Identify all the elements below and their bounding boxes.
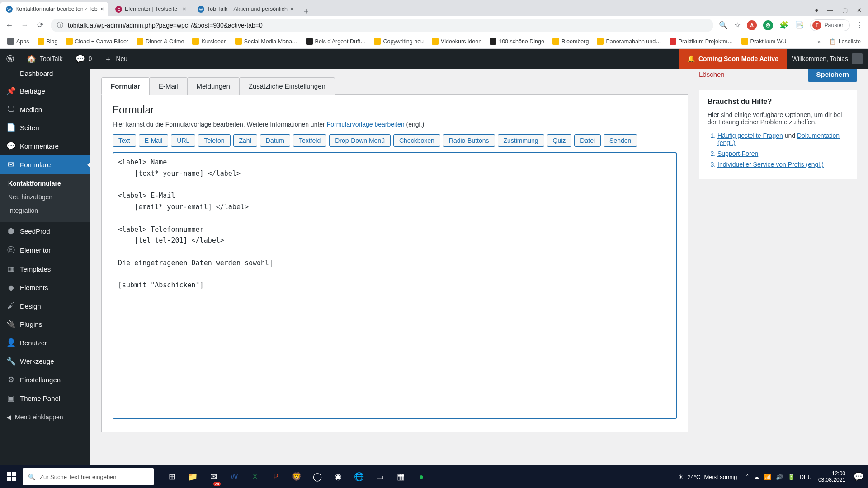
coming-soon-banner[interactable]: 🔔Coming Soon Mode Active [679,49,787,69]
taskbar-search[interactable]: 🔍 Zur Suche Text hier eingeben [23,468,154,485]
sidebar-item-design[interactable]: 🖌Design [0,297,90,315]
mail-icon[interactable]: ✉24 [203,465,223,488]
save-button[interactable]: Speichern [808,69,857,82]
sidebar-item-formulare[interactable]: ✉Formulare [0,155,90,174]
notifications-icon[interactable]: 💬 [852,465,865,488]
tag-checkbox-button[interactable]: Checkboxen [393,134,440,147]
obs-icon[interactable]: ◯ [307,465,327,488]
readlist-button[interactable]: 📋Leseliste [826,37,863,46]
bookmark-item[interactable]: Panoramabahn und… [594,37,664,46]
volume-icon[interactable]: 🔊 [776,474,783,480]
tag-url-button[interactable]: URL [171,134,195,147]
tag-textarea-button[interactable]: Textfeld [293,134,326,147]
minimize-icon[interactable]: — [827,7,833,14]
star-icon[interactable]: ☆ [734,21,741,29]
tag-number-button[interactable]: Zahl [233,134,257,147]
bookmark-item[interactable]: Praktikum Projektm… [667,37,736,46]
sidebar-collapse[interactable]: ◀Menü einklappen [0,408,90,426]
help-link-faq[interactable]: Häufig gestellte Fragen [717,132,783,139]
bookmarks-overflow-icon[interactable]: » [815,38,824,45]
system-tray[interactable]: ˄ ☁ 📶 🔊 🔋 DEU [746,474,811,480]
new-tab-button[interactable]: ＋ [299,5,313,16]
browser-tab-3[interactable]: W TobiTalk – Aktien und persönlich × [192,2,298,16]
tag-acceptance-button[interactable]: Zustimmung [498,134,544,147]
bookmark-item[interactable]: Blog [35,37,61,46]
start-button[interactable] [0,465,23,488]
wifi-icon[interactable]: 📶 [764,474,771,480]
tag-radio-button[interactable]: Radio-Buttons [443,134,495,147]
taskbar-clock[interactable]: 12:00 03.08.2021 [815,470,849,483]
zoom-icon[interactable]: 🔍 [719,21,728,29]
sidebar-sub-new[interactable]: Neu hinzufügen [0,190,90,204]
site-info-icon[interactable]: ⓘ [57,21,63,29]
wp-comments[interactable]: 💬0 [69,49,99,69]
sidebar-item-settings[interactable]: ⚙Einstellungen [0,371,90,389]
puzzle-icon[interactable]: 🧩 [779,21,788,29]
tag-email-button[interactable]: E-Mail [139,134,169,147]
sidebar-item-seedprod[interactable]: ⬢SeedProd [0,222,90,240]
spotify-icon[interactable]: ● [411,465,431,488]
bookmark-item[interactable]: Copywriting neu [371,37,426,46]
extension-icon[interactable]: ◎ [763,20,773,30]
close-icon[interactable]: × [290,5,294,13]
profile-paused[interactable]: T Pausiert [810,19,850,31]
app-icon[interactable]: ▭ [370,465,390,488]
help-link-support[interactable]: Support-Foren [717,150,758,157]
tab-additional[interactable]: Zusätzliche Einstellungen [239,77,335,95]
tag-text-button[interactable]: Text [113,134,136,147]
sidebar-item-elements[interactable]: ◆Elements [0,278,90,297]
sidebar-item-elementor[interactable]: ⒺElementor [0,240,90,260]
sidebar-item-comments[interactable]: 💬Kommentare [0,137,90,155]
bookmark-item[interactable]: Praktikum WU [739,37,789,46]
bookmark-item[interactable]: Videokurs Ideen [429,37,484,46]
back-icon[interactable]: ← [5,21,14,30]
chevron-up-icon[interactable]: ˄ [746,474,749,480]
sidebar-item-dashboard[interactable]: Dashboard [0,69,90,82]
browser-tab-1[interactable]: W Kontaktformular bearbeiten ‹ Tob × [0,2,108,16]
wp-site-link[interactable]: 🏠TobiTalk [20,49,69,69]
bookmark-item[interactable]: Bois d'Argent Duft… [303,37,369,46]
chrome-icon[interactable]: ◉ [328,465,348,488]
edge-icon[interactable]: 🌐 [349,465,369,488]
wp-logo[interactable]: ⓦ [0,49,20,69]
sidebar-item-media[interactable]: 🖵Medien [0,100,90,118]
sidebar-item-templates[interactable]: ▦Templates [0,260,90,278]
wp-new[interactable]: ＋Neu [98,49,134,69]
cloud-icon[interactable]: ☁ [754,474,760,480]
sidebar-sub-integration[interactable]: Integration [0,204,90,217]
apps-button[interactable]: Apps [5,37,32,46]
tab-email[interactable]: E-Mail [149,77,188,95]
browser-tab-2[interactable]: E Elementor | Testseite × [109,2,191,16]
bookmark-item[interactable]: 100 schöne Dinge [487,37,547,46]
readlist-icon[interactable]: 📑 [795,21,804,29]
url-input[interactable]: ⓘ tobitalk.at/wp-admin/admin.php?page=wp… [51,19,713,32]
kebab-icon[interactable]: ⋮ [856,21,863,29]
tag-file-button[interactable]: Datei [574,134,601,147]
powerpoint-icon[interactable]: P [266,465,286,488]
taskbar-weather[interactable]: ☀ 24°C Meist sonnig [678,474,737,480]
help-link-pro[interactable]: Individueller Service von Profis (engl.) [717,161,824,168]
close-icon[interactable]: × [100,5,104,13]
form-template-textarea[interactable] [113,152,677,419]
close-window-icon[interactable]: ✕ [857,7,862,14]
template-edit-link[interactable]: Formularvorlage bearbeiten [327,121,405,128]
forward-icon[interactable]: → [20,21,30,30]
close-icon[interactable]: × [183,5,186,13]
app-icon[interactable]: ▦ [391,465,410,488]
sidebar-sub-contactforms[interactable]: Kontaktformulare [0,177,90,190]
word-icon[interactable]: W [224,465,244,488]
reload-icon[interactable]: ⟳ [35,20,45,30]
sidebar-item-plugins[interactable]: 🔌Plugins [0,315,90,333]
language-indicator[interactable]: DEU [799,474,811,480]
sidebar-item-themepanel[interactable]: ▣Theme Panel [0,389,90,408]
tag-quiz-button[interactable]: Quiz [547,134,572,147]
explorer-icon[interactable]: 📁 [183,465,203,488]
wp-account[interactable]: Willkommen, Tobias [787,53,868,64]
brave-icon[interactable]: 🦁 [287,465,307,488]
bookmark-item[interactable]: Cload + Canva Bilder [63,37,131,46]
sidebar-item-tools[interactable]: 🔧Werkzeuge [0,352,90,371]
tab-messages[interactable]: Meldungen [187,77,240,95]
sidebar-item-posts[interactable]: 📌Beiträge [0,82,90,100]
sidebar-item-pages[interactable]: 📄Seiten [0,118,90,137]
tag-dropdown-button[interactable]: Drop-Down Menü [329,134,391,147]
